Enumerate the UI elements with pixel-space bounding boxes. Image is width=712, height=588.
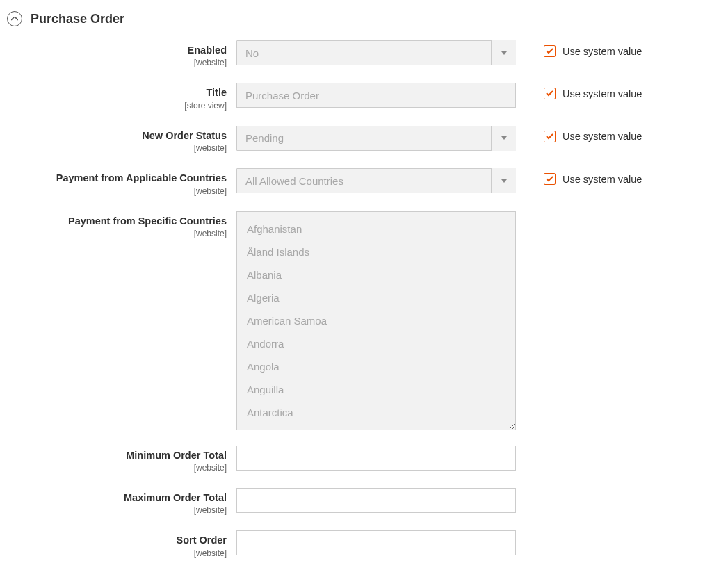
label-max-total: Maximum Order Total [website] xyxy=(7,488,236,515)
country-option[interactable]: Afghanistan xyxy=(237,218,515,240)
country-option[interactable]: Albania xyxy=(237,263,515,286)
row-title: Title [store view] Use system value xyxy=(7,83,712,110)
row-max-total: Maximum Order Total [website] xyxy=(7,488,712,515)
country-option[interactable]: Andorra xyxy=(237,332,515,355)
purchase-order-section: Purchase Order Enabled [website] No Use … xyxy=(0,0,712,569)
applicable-countries-select[interactable]: All Allowed Countries xyxy=(236,168,516,193)
section-header[interactable]: Purchase Order xyxy=(7,7,712,40)
applicable-countries-use-system-checkbox[interactable] xyxy=(544,173,556,185)
label-min-total: Minimum Order Total [website] xyxy=(7,446,236,473)
specific-countries-multiselect[interactable]: AfghanistanÅland IslandsAlbaniaAlgeriaAm… xyxy=(236,211,516,430)
min-total-input[interactable] xyxy=(236,446,516,471)
chevron-down-icon xyxy=(491,126,516,151)
row-enabled: Enabled [website] No Use system value xyxy=(7,40,712,67)
country-option[interactable]: American Samoa xyxy=(237,309,515,332)
use-system-label: Use system value xyxy=(563,174,642,185)
enabled-select[interactable]: No xyxy=(236,40,516,65)
row-applicable-countries: Payment from Applicable Countries [websi… xyxy=(7,168,712,195)
label-specific-countries: Payment from Specific Countries [website… xyxy=(7,211,236,238)
row-min-total: Minimum Order Total [website] xyxy=(7,446,712,473)
use-system-label: Use system value xyxy=(563,88,642,99)
country-option[interactable]: Algeria xyxy=(237,286,515,309)
country-option[interactable]: Antigua and Barbuda xyxy=(237,424,515,430)
label-sort-order: Sort Order [website] xyxy=(7,530,236,557)
country-option[interactable]: Åland Islands xyxy=(237,240,515,263)
new-order-status-select[interactable]: Pending xyxy=(236,126,516,151)
label-applicable-countries: Payment from Applicable Countries [websi… xyxy=(7,168,236,195)
row-sort-order: Sort Order [website] xyxy=(7,530,712,557)
label-enabled: Enabled [website] xyxy=(7,40,236,67)
collapse-icon[interactable] xyxy=(7,11,22,26)
label-new-order-status: New Order Status [website] xyxy=(7,126,236,153)
chevron-down-icon xyxy=(491,168,516,193)
row-specific-countries: Payment from Specific Countries [website… xyxy=(7,211,712,430)
country-option[interactable]: Anguilla xyxy=(237,378,515,401)
title-input[interactable] xyxy=(236,83,516,108)
max-total-input[interactable] xyxy=(236,488,516,513)
use-system-label: Use system value xyxy=(563,131,642,142)
title-use-system-checkbox[interactable] xyxy=(544,88,556,99)
sort-order-input[interactable] xyxy=(236,530,516,555)
enabled-use-system-checkbox[interactable] xyxy=(544,45,556,57)
label-title: Title [store view] xyxy=(7,83,236,110)
use-system-label: Use system value xyxy=(563,46,642,57)
country-option[interactable]: Antarctica xyxy=(237,401,515,424)
chevron-down-icon xyxy=(491,40,516,65)
section-title: Purchase Order xyxy=(31,12,124,26)
row-new-order-status: New Order Status [website] Pending Use s… xyxy=(7,126,712,153)
new-order-status-use-system-checkbox[interactable] xyxy=(544,131,556,142)
country-option[interactable]: Angola xyxy=(237,355,515,378)
